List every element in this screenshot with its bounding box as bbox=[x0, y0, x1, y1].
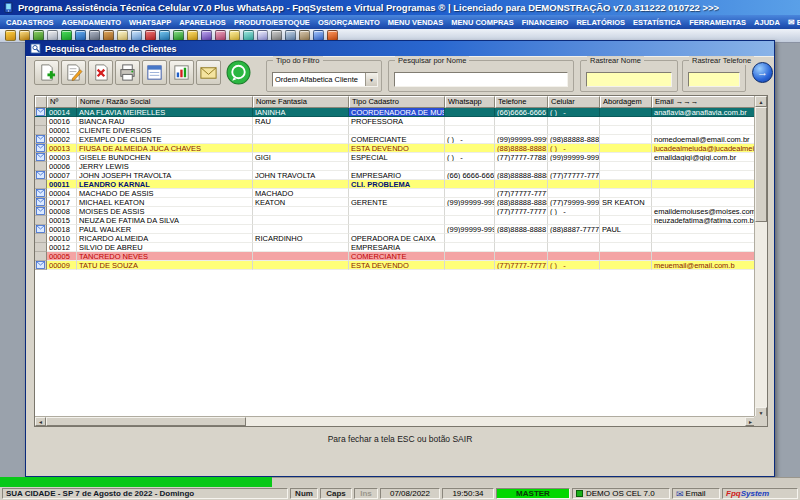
status-time: 19:50:34 bbox=[442, 488, 494, 499]
scroll-up-arrow[interactable]: ▲ bbox=[755, 96, 767, 107]
status-email[interactable]: ✉ Email bbox=[672, 488, 720, 499]
cell-celular: ( ) - bbox=[548, 144, 600, 153]
menu-item-relat-rios[interactable]: RELATÓRIOS bbox=[572, 18, 629, 27]
email-row-icon bbox=[36, 144, 45, 152]
table-row[interactable]: 00003GISELE BUNDCHENGIGIESPECIAL( ) -(77… bbox=[35, 153, 756, 162]
cell-celular: ( ) - bbox=[548, 261, 600, 270]
row-gutter bbox=[35, 189, 47, 198]
column-header-abordagem[interactable]: Abordagem bbox=[600, 96, 652, 108]
horizontal-scroll-thumb[interactable] bbox=[46, 417, 246, 426]
column-header-celular[interactable]: Celular bbox=[548, 96, 600, 108]
edit-record-button[interactable] bbox=[61, 60, 86, 85]
menu-item-menu-compras[interactable]: MENU COMPRAS bbox=[447, 18, 518, 27]
column-header-whatsapp[interactable]: Whatsapp bbox=[445, 96, 495, 108]
clients-icon[interactable] bbox=[5, 30, 16, 41]
menu-item-produto-estoque[interactable]: PRODUTO/ESTOQUE bbox=[230, 18, 314, 27]
column-header-tipo[interactable]: Tipo Cadastro bbox=[349, 96, 445, 108]
table-row[interactable]: 00001CLIENTE DIVERSOS bbox=[35, 126, 756, 135]
table-row[interactable]: 00004MACHADO DE ASSISMACHADO(77)77777-77… bbox=[35, 189, 756, 198]
cell-num: 00005 bbox=[47, 252, 77, 261]
menu-item-os-or-amento[interactable]: OS/ORÇAMENTO bbox=[314, 18, 384, 27]
menu-item-ajuda[interactable]: AJUDA bbox=[750, 18, 784, 27]
menu-item-menu-vendas[interactable]: MENU VENDAS bbox=[384, 18, 447, 27]
table-row[interactable]: 00007JOHN JOSEPH TRAVOLTAJOHN TRAVOLTAEM… bbox=[35, 171, 756, 180]
column-header-num[interactable]: Nº bbox=[47, 96, 77, 108]
print-button[interactable] bbox=[115, 60, 140, 85]
edit-record-icon bbox=[64, 63, 83, 82]
table-row[interactable]: 00009TATU DE SOUZAESTA DEVENDO(77)7777-7… bbox=[35, 261, 756, 270]
menu-item-ferramentas[interactable]: FERRAMENTAS bbox=[685, 18, 750, 27]
column-header-telefone[interactable]: Telefone bbox=[495, 96, 548, 108]
cell-celular: (77)79999-9999 bbox=[548, 198, 600, 207]
version-dot-icon bbox=[576, 490, 583, 497]
cell-fantasia bbox=[253, 261, 349, 270]
dialog-titlebar[interactable]: Pesquisa Cadastro de Clientes bbox=[26, 41, 774, 56]
menu-item-aparelhos[interactable]: APARELHOS bbox=[175, 18, 230, 27]
grid-rows: 00014ANA FLAVIA MEIRELLESIANINHACOORDENA… bbox=[35, 108, 756, 418]
vertical-scroll-thumb[interactable] bbox=[755, 107, 767, 222]
track-name-input[interactable] bbox=[586, 72, 672, 87]
menu-item-label: APARELHOS bbox=[179, 18, 226, 27]
cell-abordagem bbox=[600, 234, 652, 243]
table-row[interactable]: 00010RICARDO ALMEIDARICARDINHOOPERADORA … bbox=[35, 234, 756, 243]
horizontal-scrollbar[interactable]: ◄ ► bbox=[35, 416, 756, 426]
table-row[interactable]: 00015NEUZA DE FATIMA DA SILVAneuzadefati… bbox=[35, 216, 756, 225]
table-row[interactable]: 00018PAUL WALKER(99)99999-9999(88)8888-8… bbox=[35, 225, 756, 234]
email-row-icon bbox=[36, 189, 45, 197]
whatsapp-button[interactable] bbox=[225, 59, 252, 86]
table-row[interactable]: 00017MICHAEL KEATONKEATONGERENTE(99)9999… bbox=[35, 198, 756, 207]
row-gutter bbox=[35, 135, 47, 144]
column-header-email[interactable]: Email →→→ bbox=[652, 96, 756, 108]
send-email-button[interactable] bbox=[196, 60, 221, 85]
row-gutter bbox=[35, 171, 47, 180]
track-phone-input[interactable] bbox=[688, 72, 740, 87]
row-gutter bbox=[35, 117, 47, 126]
cell-celular: (77)77777-7777 bbox=[548, 171, 600, 180]
cell-abordagem bbox=[600, 252, 652, 261]
menu-item-estat-stica[interactable]: ESTATÍSTICA bbox=[629, 18, 685, 27]
chevron-down-icon[interactable]: ▼ bbox=[365, 73, 377, 86]
cell-celular bbox=[548, 234, 600, 243]
new-record-button[interactable] bbox=[34, 60, 59, 85]
menu-item-financeiro[interactable]: FINANCEIRO bbox=[518, 18, 573, 27]
table-row[interactable]: 00013FIUSA DE ALMEIDA JUCA CHAVESESTA DE… bbox=[35, 144, 756, 153]
menu-item-whatsapp[interactable]: WHATSAPP bbox=[125, 18, 175, 27]
cell-abordagem bbox=[600, 108, 652, 117]
cell-nome: CLIENTE DIVERSOS bbox=[77, 126, 253, 135]
table-row[interactable]: 00011LEANDRO KARNALCLI. PROBLEMA bbox=[35, 180, 756, 189]
report-button[interactable] bbox=[169, 60, 194, 85]
menu-item-cadastros[interactable]: CADASTROS bbox=[2, 18, 58, 27]
cell-celular: ( ) - bbox=[548, 108, 600, 117]
column-header-nome[interactable]: Nome / Razão Social bbox=[77, 96, 253, 108]
menu-item-label: ESTATÍSTICA bbox=[633, 18, 681, 27]
cell-celular bbox=[548, 243, 600, 252]
vertical-scrollbar[interactable]: ▲ ▼ bbox=[754, 96, 767, 418]
scroll-left-arrow[interactable]: ◄ bbox=[35, 417, 46, 426]
table-row[interactable]: 00005TANCREDO NEVESCOMERCIANTE bbox=[35, 252, 756, 261]
whatsapp-icon bbox=[226, 60, 251, 85]
desktop-strip bbox=[0, 477, 272, 487]
cell-whatsapp bbox=[445, 207, 495, 216]
column-header-gutter bbox=[35, 96, 47, 108]
cell-email bbox=[652, 171, 756, 180]
cell-telefone bbox=[495, 117, 548, 126]
search-name-input[interactable] bbox=[394, 72, 568, 87]
menu-item-e-mail[interactable]: ✉E-MAIL bbox=[784, 18, 800, 27]
list-view-button[interactable] bbox=[142, 60, 167, 85]
table-row[interactable]: 00008MOISES DE ASSIS(77)7777-7777( ) -em… bbox=[35, 207, 756, 216]
cell-celular bbox=[548, 162, 600, 171]
table-row[interactable]: 00012SILVIO DE ABREUEMPRESARIA bbox=[35, 243, 756, 252]
delete-record-button[interactable] bbox=[88, 60, 113, 85]
cell-fantasia bbox=[253, 252, 349, 261]
filter-order-select[interactable]: Ordem Alfabetica Cliente ▼ bbox=[272, 72, 378, 87]
table-row[interactable]: 00014ANA FLAVIA MEIRELLESIANINHACOORDENA… bbox=[35, 108, 756, 117]
table-row[interactable]: 00016BIANCA RAURAUPROFESSORA bbox=[35, 117, 756, 126]
menu-item-agendamento[interactable]: AGENDAMENTO bbox=[58, 18, 125, 27]
table-row[interactable]: 00006JERRY LEWIS bbox=[35, 162, 756, 171]
cell-whatsapp bbox=[445, 252, 495, 261]
cell-fantasia bbox=[253, 207, 349, 216]
table-row[interactable]: 00002EXEMPLO DE CLIENTECOMERCIANTE( ) -(… bbox=[35, 135, 756, 144]
column-header-fantasia[interactable]: Nome Fantasia bbox=[253, 96, 349, 108]
search-go-button[interactable]: → bbox=[752, 62, 773, 83]
cell-nome: PAUL WALKER bbox=[77, 225, 253, 234]
